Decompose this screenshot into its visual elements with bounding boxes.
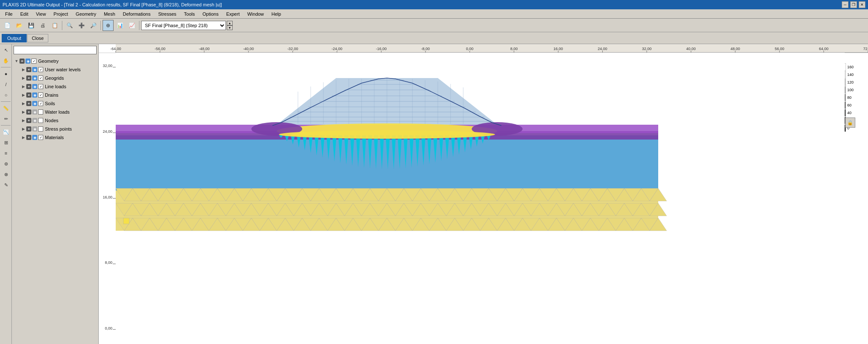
tree-item[interactable]: ▶👁◉✓User water levels <box>12 65 98 74</box>
tree-item[interactable]: ▶👁◉Stress points <box>12 125 98 133</box>
table-tool[interactable]: ⊞ <box>1 137 11 148</box>
eye-icon[interactable]: 👁 <box>26 76 31 81</box>
open-button[interactable]: 📂 <box>14 20 25 31</box>
menu-options[interactable]: Options <box>199 11 222 17</box>
menu-edit[interactable]: Edit <box>17 11 32 17</box>
minimize-button[interactable]: ─ <box>842 1 849 8</box>
checkbox-icon[interactable]: ✓ <box>38 101 43 106</box>
tree-item[interactable]: ▶👁◉✓Materials <box>12 133 98 142</box>
new-button[interactable]: 📄 <box>2 20 13 31</box>
select-btn[interactable]: ⊕ <box>103 20 114 31</box>
visibility-icon[interactable]: ◉ <box>25 59 31 64</box>
menu-view[interactable]: View <box>33 11 50 17</box>
save-button[interactable]: 💾 <box>25 20 36 31</box>
tool-sep1 <box>1 67 11 67</box>
graph-tool[interactable]: 📉 <box>1 127 11 137</box>
close-button[interactable]: ✕ <box>859 1 865 8</box>
annotation-tool[interactable]: ✏ <box>1 114 11 124</box>
point-tool[interactable]: ● <box>1 69 11 79</box>
visibility-icon[interactable]: ◉ <box>32 126 37 131</box>
tree-item[interactable]: ▶👁◉Water loads <box>12 108 98 116</box>
menu-file[interactable]: File <box>2 11 16 17</box>
menu-window[interactable]: Window <box>244 11 267 17</box>
tree-item[interactable]: ▶👁◉✓Soils <box>12 99 98 108</box>
restore-button[interactable]: ❐ <box>850 1 857 8</box>
svg-text:-40,00: -40,00 <box>243 47 254 51</box>
eye-icon[interactable]: 👁 <box>19 59 25 64</box>
menu-stresses[interactable]: Stresses <box>155 11 180 17</box>
tree-item-label: Line loads <box>45 84 66 89</box>
tree-item[interactable]: ▶👁◉Nodes <box>12 116 98 125</box>
visibility-icon[interactable]: ◉ <box>32 135 37 140</box>
visibility-icon[interactable]: ◉ <box>32 76 37 81</box>
chart-btn[interactable]: 📈 <box>126 20 137 31</box>
measure-tool[interactable]: 📏 <box>1 103 11 113</box>
menu-expert[interactable]: Expert <box>223 11 243 17</box>
draw-tool[interactable]: ✎ <box>1 180 11 190</box>
menu-tools[interactable]: Tools <box>181 11 198 17</box>
menu-geometry[interactable]: Geometry <box>72 11 100 17</box>
eye-icon[interactable]: 👁 <box>26 126 31 131</box>
tree-item[interactable]: ▶👁◉✓Drains <box>12 91 98 99</box>
menu-deformations[interactable]: Deformations <box>120 11 154 17</box>
tree-item[interactable]: ▼👁◉✓Geometry <box>12 57 98 65</box>
close-tab[interactable]: Close <box>27 34 48 42</box>
print-button[interactable]: 🖨 <box>37 20 48 31</box>
checkbox-icon[interactable]: ✓ <box>31 59 36 64</box>
output-tab[interactable]: Output <box>2 34 27 42</box>
checkbox-icon[interactable] <box>38 109 43 115</box>
menu-help[interactable]: Help <box>268 11 285 17</box>
step-down-btn[interactable]: ▼ <box>227 25 233 30</box>
node-tool[interactable]: ⊚ <box>1 159 11 169</box>
visibility-icon[interactable]: ◉ <box>32 67 37 72</box>
zoom-in-btn[interactable]: ➕ <box>76 20 87 31</box>
visibility-icon[interactable]: ◉ <box>32 118 37 123</box>
svg-text:-8,00: -8,00 <box>421 47 430 51</box>
zoom-btn[interactable]: 🔍 <box>64 20 75 31</box>
checkbox-icon[interactable] <box>38 118 43 123</box>
eye-icon[interactable]: 👁 <box>26 109 31 115</box>
checkbox-icon[interactable]: ✓ <box>38 84 43 89</box>
lock-button[interactable]: 🔒 <box>845 117 855 128</box>
visibility-icon[interactable]: ◉ <box>32 92 37 98</box>
search-input[interactable] <box>14 46 97 54</box>
checkbox-icon[interactable] <box>38 126 43 131</box>
menu-project[interactable]: Project <box>50 11 71 17</box>
stress-tool[interactable]: ⊗ <box>1 169 11 179</box>
tree-item[interactable]: ▶👁◉✓Line loads <box>12 82 98 91</box>
step-up-btn[interactable]: ▲ <box>227 21 233 25</box>
viewport[interactable]: 32,0024,0016,008,000,00 <box>99 53 868 344</box>
scale-value-100: 100 <box>847 88 854 92</box>
svg-text:8,00: 8,00 <box>510 47 518 51</box>
circle-tool[interactable]: ○ <box>1 90 11 100</box>
tree-item[interactable]: ▶👁◉✓Geogrids <box>12 74 98 82</box>
zoom-out-btn[interactable]: 🔎 <box>88 20 99 31</box>
tree-expand-icon: ▶ <box>20 127 26 131</box>
eye-icon[interactable]: 👁 <box>26 84 31 89</box>
step-arrows: ▲ ▼ <box>227 21 233 30</box>
svg-rect-307 <box>123 218 129 224</box>
step-selector[interactable]: SF Final [Phase_8] (Step 218) <box>141 21 226 30</box>
cursor-tool[interactable]: ↖ <box>1 45 11 55</box>
eye-icon[interactable]: 👁 <box>26 92 31 98</box>
tool-sep3 <box>1 125 11 126</box>
checkbox-icon[interactable]: ✓ <box>38 135 43 140</box>
copy-button[interactable]: 📋 <box>49 20 60 31</box>
eye-icon[interactable]: 👁 <box>26 101 31 106</box>
filter-tool[interactable]: ≡ <box>1 148 11 158</box>
checkbox-icon[interactable]: ✓ <box>38 76 43 81</box>
line-tool[interactable]: / <box>1 79 11 89</box>
table-btn[interactable]: 📊 <box>114 20 125 31</box>
scale-value-160: 160 <box>847 65 854 69</box>
svg-text:-64,00: -64,00 <box>110 47 121 51</box>
checkbox-icon[interactable]: ✓ <box>38 92 43 98</box>
visibility-icon[interactable]: ◉ <box>32 109 37 115</box>
checkbox-icon[interactable]: ✓ <box>38 67 43 72</box>
visibility-icon[interactable]: ◉ <box>32 101 37 106</box>
eye-icon[interactable]: 👁 <box>26 67 31 72</box>
eye-icon[interactable]: 👁 <box>26 135 31 140</box>
eye-icon[interactable]: 👁 <box>26 118 31 123</box>
pan-tool[interactable]: ✋ <box>1 56 11 66</box>
menu-mesh[interactable]: Mesh <box>100 11 119 17</box>
visibility-icon[interactable]: ◉ <box>32 84 37 89</box>
